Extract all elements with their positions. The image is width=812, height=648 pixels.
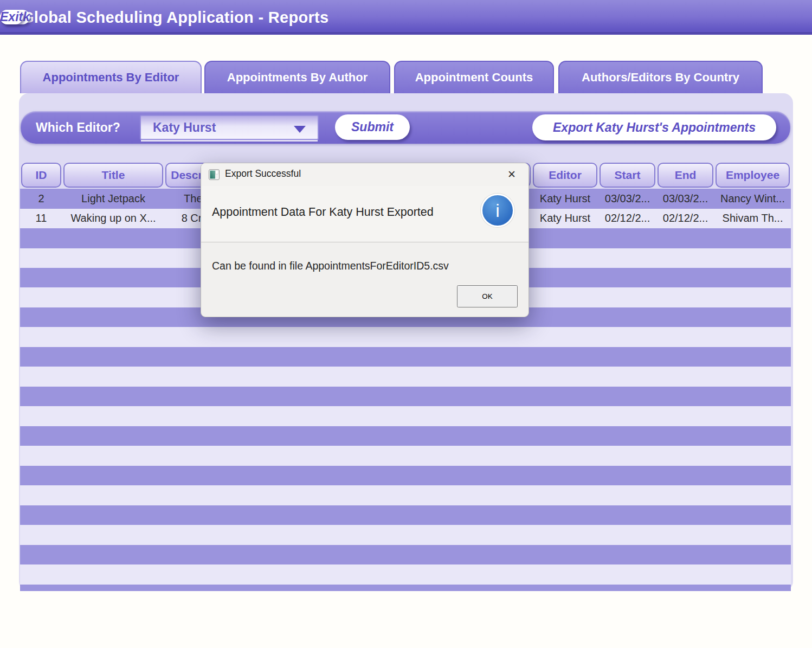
app-window: Global Scheduling Application - Reports … xyxy=(0,0,812,648)
window-icon xyxy=(209,169,220,182)
dialog-title: Export Successful xyxy=(225,168,301,179)
dialog-title-bar[interactable]: Export Successful ✕ xyxy=(201,163,529,186)
header-cell-id[interactable]: ID xyxy=(20,163,62,188)
info-icon: i xyxy=(481,194,514,227)
header-cell-employee[interactable]: Employee xyxy=(714,163,791,188)
tab-appointments-by-author[interactable]: Appointments By Author xyxy=(204,61,390,93)
header-cell-editor[interactable]: Editor xyxy=(532,163,598,188)
header-cell-start[interactable]: Start xyxy=(598,163,656,188)
cell-title: Waking up on X... xyxy=(62,212,164,224)
tab-appointments-by-editor[interactable]: Appointments By Editor xyxy=(20,61,202,93)
tab-label: Appointment Counts xyxy=(415,70,533,85)
submit-button[interactable]: Submit xyxy=(335,114,410,140)
cell-title: Light Jetpack xyxy=(62,193,164,205)
header-cell-end[interactable]: End xyxy=(656,163,714,188)
which-editor-label: Which Editor? xyxy=(36,120,120,135)
cell-start: 02/12/2... xyxy=(598,212,656,224)
exit-button[interactable]: Exit xyxy=(0,10,23,24)
close-icon[interactable]: ✕ xyxy=(504,167,520,182)
cell-editor: Katy Hurst xyxy=(532,212,598,224)
tab-label: Appointments By Author xyxy=(227,70,368,85)
editor-dropdown[interactable]: Katy Hurst xyxy=(140,115,319,140)
dialog-header-area: Appointment Data For Katy Hurst Exported… xyxy=(201,186,529,242)
export-successful-dialog: Export Successful ✕ Appointment Data For… xyxy=(201,163,529,317)
dialog-body-text: Can be found in file AppointmentsForEdit… xyxy=(212,260,449,272)
cell-id: 11 xyxy=(20,212,62,224)
tab-label: Authors/Editors By Country xyxy=(582,70,739,85)
tab-label: Appointments By Editor xyxy=(43,70,179,85)
tab-authors-editors-by-country[interactable]: Authors/Editors By Country xyxy=(558,61,763,93)
cell-start: 03/03/2... xyxy=(598,193,656,205)
chevron-down-icon xyxy=(294,126,306,133)
cell-end: 03/03/2... xyxy=(656,193,714,205)
title-bar: Global Scheduling Application - Reports xyxy=(0,0,812,35)
editor-dropdown-value: Katy Hurst xyxy=(153,120,216,135)
header-cell-title[interactable]: Title xyxy=(62,163,164,188)
cell-employee: Shivam Th... xyxy=(714,212,791,224)
dialog-heading: Appointment Data For Katy Hurst Exported xyxy=(212,206,434,219)
cell-end: 02/12/2... xyxy=(656,212,714,224)
filter-bar: Which Editor? Katy Hurst Submit Export K… xyxy=(21,111,790,144)
cell-editor: Katy Hurst xyxy=(532,193,598,205)
export-appointments-button[interactable]: Export Katy Hurst's Appointments xyxy=(532,114,776,140)
cell-employee: Nancy Wint... xyxy=(714,193,791,205)
tab-appointment-counts[interactable]: Appointment Counts xyxy=(394,61,554,93)
app-title: Global Scheduling Application - Reports xyxy=(22,9,328,27)
ok-button[interactable]: OK xyxy=(457,285,518,307)
cell-id: 2 xyxy=(20,193,62,205)
